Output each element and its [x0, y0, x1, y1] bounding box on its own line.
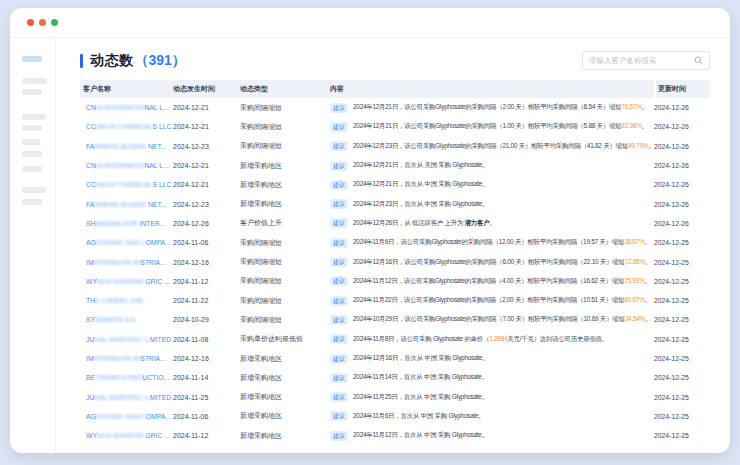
- event-content: 2024年11月6日，该公司采购Glyphosate的采购间隔（12.00 天）…: [353, 238, 651, 247]
- window-zoom-button[interactable]: [51, 19, 58, 26]
- table-row: FARMERS BUSINS NET... 2024-12-23 新增采购地区 …: [80, 194, 710, 213]
- event-content: 2024年12月21日，首次从 中国 采购 Glyphosate。: [353, 180, 488, 189]
- customer-name-link[interactable]: THE CANDEL FZE: [83, 297, 173, 304]
- update-date: 2024-12-25: [654, 432, 689, 439]
- customer-name-link[interactable]: IMPORTADOR INSTRIA...: [83, 355, 173, 362]
- customer-name-link[interactable]: BETRONICS PROUCTIO...: [83, 374, 173, 381]
- sidebar-item-7[interactable]: [22, 166, 42, 172]
- update-date: 2024-12-26: [654, 220, 689, 227]
- update-date: 2024-12-25: [654, 297, 689, 304]
- table-row: SHANGHAI EVR INTER... 2024-12-26 客户价值上升 …: [80, 214, 710, 233]
- customer-name-link[interactable]: IMPORTADOR INSTRIA...: [83, 259, 173, 266]
- sidebar-item-8[interactable]: [22, 187, 46, 193]
- suggestion-tag: 建议: [330, 103, 348, 113]
- customer-name-link[interactable]: FARMERS BUSINS NET...: [83, 201, 173, 208]
- column-header-update-time: 更新时间: [654, 80, 710, 98]
- suggestion-tag: 建议: [330, 431, 348, 441]
- event-content: 2024年12月16日，首次从 中国 采购 Glyphosate。: [353, 354, 488, 363]
- event-content: 2024年11月12日，该公司采购Glyphosate的采购间隔（4.00 天）…: [353, 277, 651, 286]
- event-type: 新增采购地区: [240, 199, 330, 209]
- sidebar-item-6[interactable]: [22, 151, 42, 157]
- suggestion-tag: 建议: [330, 373, 348, 383]
- event-content: 2024年12月21日，该公司采购Glyphosate的采购间隔（1.00 天）…: [353, 122, 648, 131]
- event-type: 新增采购地区: [240, 180, 330, 190]
- event-type: 采购单价达到最低值: [240, 334, 330, 344]
- column-header-customer-name: 客户名称: [80, 80, 173, 98]
- title-accent-bar: [80, 54, 83, 68]
- event-content: 2024年11月22日，该公司采购Glyphosate的采购间隔（2.00 天）…: [353, 296, 651, 305]
- event-content: 2024年11月6日，首次从 中国 采购 Glyphosate。: [353, 412, 485, 421]
- sidebar-item-5[interactable]: [22, 139, 40, 145]
- event-date: 2024-11-14: [173, 374, 240, 381]
- app-window: 动态数 （391） 客户名称 动态发生时间 动态类型 内容 更新时间: [10, 8, 730, 453]
- event-type: 新增采购地区: [240, 392, 330, 402]
- event-type: 新增采购地区: [240, 431, 330, 441]
- sidebar-item-1[interactable]: [22, 78, 47, 84]
- sidebar-item-2[interactable]: [22, 89, 42, 95]
- table-row: FARMERS BUSINS NET... 2024-12-23 采购间隔缩短 …: [80, 137, 710, 156]
- event-date: 2024-12-16: [173, 259, 240, 266]
- event-date: 2024-11-06: [173, 413, 240, 420]
- column-header-event-time: 动态发生时间: [173, 80, 240, 98]
- event-date: 2024-12-21: [173, 123, 240, 130]
- event-type: 采购间隔缩短: [240, 296, 330, 306]
- event-type: 采购间隔缩短: [240, 103, 330, 113]
- customer-name-link[interactable]: CCHELIS CHEMICALS LLC: [83, 123, 173, 130]
- event-content: 2024年12月21日，该公司采购Glyphosate的采购间隔（2.00 天）…: [353, 103, 648, 112]
- customer-name-link[interactable]: AGROKING GHA COMPA...: [83, 413, 173, 420]
- sidebar-item-9[interactable]: [22, 199, 42, 205]
- sidebar-nav: [10, 38, 56, 453]
- window-close-button[interactable]: [27, 19, 34, 26]
- event-date: 2024-11-12: [173, 432, 240, 439]
- customer-name-link[interactable]: JUDAL AGROTEC LIMITED: [83, 394, 173, 401]
- table-row: IMPORTADOR INSTRIA... 2024-12-16 采购间隔缩短 …: [80, 252, 710, 271]
- record-count-badge: （391）: [135, 52, 186, 70]
- event-type: 采购间隔缩短: [240, 122, 330, 132]
- update-date: 2024-12-26: [654, 201, 689, 208]
- customer-name-link[interactable]: SYNGENTA S.A.: [83, 316, 173, 323]
- event-date: 2024-12-16: [173, 355, 240, 362]
- suggestion-tag: 建议: [330, 334, 348, 344]
- customer-name-link[interactable]: JUDAL AGROTEC LIMITED: [83, 336, 173, 343]
- update-date: 2024-12-25: [654, 394, 689, 401]
- page-background: { "colors": { "accent": "#2968e0", "blue…: [0, 0, 740, 465]
- table-row: CCHELIS CHEMICALS LLC 2024-12-21 新增采购地区 …: [80, 175, 710, 194]
- search-icon[interactable]: [694, 56, 703, 65]
- event-content: 2024年11月12日，首次从 中国 采购 Glyphosate。: [353, 431, 488, 440]
- event-content: 2024年11月8日，该公司采购 Glyphosate 的单价（1.2884美元…: [353, 335, 608, 344]
- page-header: 动态数 （391）: [80, 51, 710, 70]
- update-date: 2024-12-26: [654, 143, 689, 150]
- customer-name-link[interactable]: WYNCA SUNSHIN GRIC ...: [83, 432, 173, 439]
- sidebar-item-0[interactable]: [22, 56, 42, 62]
- customer-name-link[interactable]: CCHELIS CHEMICALS LLC: [83, 181, 173, 188]
- event-date: 2024-10-29: [173, 316, 240, 323]
- search-input[interactable]: [589, 56, 690, 65]
- column-header-content: 内容: [330, 80, 654, 98]
- update-date: 2024-12-25: [654, 316, 689, 323]
- event-date: 2024-12-21: [173, 104, 240, 111]
- table-row: THE CANDEL FZE 2024-11-22 采购间隔缩短 建议 2024…: [80, 291, 710, 310]
- sidebar-item-3[interactable]: [22, 114, 46, 120]
- customer-name-link[interactable]: CNIA INTERNATIONAL L...: [83, 162, 173, 169]
- customer-search-box[interactable]: [582, 51, 710, 70]
- event-content: 2024年12月26日，从 低活跃客户 上升为 潜力客户。: [353, 219, 496, 228]
- customer-name-link[interactable]: AGROKING GHA COMPA...: [83, 239, 173, 246]
- suggestion-tag: 建议: [330, 180, 348, 190]
- event-date: 2024-11-25: [173, 394, 240, 401]
- event-type: 采购间隔缩短: [240, 257, 330, 267]
- update-date: 2024-12-25: [654, 259, 689, 266]
- event-content: 2024年12月21日，首次从 美国 采购 Glyphosate。: [353, 161, 488, 170]
- customer-name-link[interactable]: CNIA INTERNATIONAL L...: [83, 104, 173, 111]
- update-date: 2024-12-25: [654, 355, 689, 362]
- update-date: 2024-12-25: [654, 413, 689, 420]
- customer-name-link[interactable]: SHANGHAI EVR INTER...: [83, 220, 173, 227]
- sidebar-item-4[interactable]: [22, 125, 42, 131]
- event-content: 2024年11月14日，首次从 中国 采购 Glyphosate。: [353, 373, 488, 382]
- event-date: 2024-12-21: [173, 181, 240, 188]
- event-date: 2024-11-12: [173, 278, 240, 285]
- customer-name-link[interactable]: FARMERS BUSINS NET...: [83, 143, 173, 150]
- event-date: 2024-12-23: [173, 201, 240, 208]
- event-content: 2024年11月25日，首次从 中国 采购 Glyphosate。: [353, 393, 488, 402]
- customer-name-link[interactable]: WYNCA SUNSHIN GRIC ...: [83, 278, 173, 285]
- window-minimize-button[interactable]: [39, 19, 46, 26]
